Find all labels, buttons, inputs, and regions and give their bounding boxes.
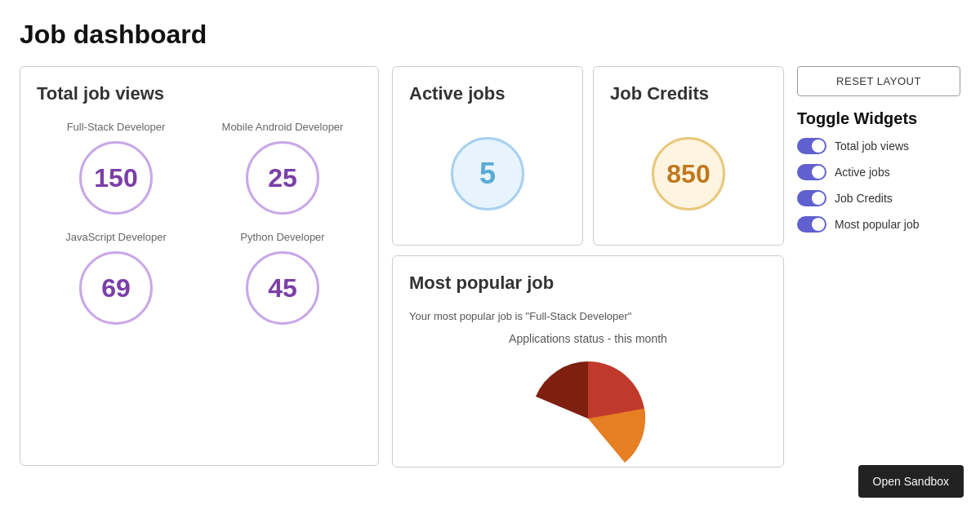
open-sandbox-button[interactable]: Open Sandbox xyxy=(858,465,964,498)
job-credits-title: Job Credits xyxy=(610,83,709,104)
middle-column: Active jobs 5 Job Credits 850 Most popul… xyxy=(392,66,784,467)
top-row: Active jobs 5 Job Credits 850 xyxy=(392,66,784,246)
stat-circle: 150 xyxy=(79,141,153,215)
pie-chart-container xyxy=(409,353,767,435)
popular-job-title: Most popular job xyxy=(409,273,767,294)
right-sidebar: RESET LAYOUT Toggle Widgets Total job vi… xyxy=(797,66,960,233)
toggle-switch-most-popular[interactable] xyxy=(797,216,826,233)
list-item: Full-Stack Developer 150 xyxy=(37,121,195,215)
pie-chart xyxy=(523,353,653,435)
toggle-label-active-jobs: Active jobs xyxy=(835,166,890,179)
list-item: JavaScript Developer 69 xyxy=(37,231,195,325)
list-item: Mobile Android Developer 25 xyxy=(203,121,362,215)
stat-circle: 25 xyxy=(246,141,319,215)
toggle-label-total-views: Total job views xyxy=(835,140,909,153)
toggle-widgets-title: Toggle Widgets xyxy=(797,109,960,128)
toggle-label-most-popular: Most popular job xyxy=(835,218,920,231)
widget-active-jobs: Active jobs 5 xyxy=(392,66,583,246)
list-item: Python Developer 45 xyxy=(203,231,362,325)
stat-circle: 69 xyxy=(79,251,153,325)
toggle-item-active-jobs: Active jobs xyxy=(797,164,960,180)
active-jobs-title: Active jobs xyxy=(409,83,505,104)
active-jobs-circle: 5 xyxy=(451,137,524,210)
toggle-item-most-popular: Most popular job xyxy=(797,216,960,233)
job-grid: Full-Stack Developer 150 Mobile Android … xyxy=(37,121,362,325)
widget-total-views: Total job views Full-Stack Developer 150… xyxy=(20,66,379,466)
widget-popular-job: Most popular job Your most popular job i… xyxy=(392,255,784,467)
job-label: Mobile Android Developer xyxy=(222,121,344,133)
job-label: JavaScript Developer xyxy=(65,231,167,243)
toggle-switch-active-jobs[interactable] xyxy=(797,164,826,180)
stat-circle: 45 xyxy=(246,251,319,325)
toggle-item-total-views: Total job views xyxy=(797,138,960,154)
reset-layout-button[interactable]: RESET LAYOUT xyxy=(797,66,960,96)
toggle-label-job-credits: Job Credits xyxy=(835,192,893,205)
toggle-switch-job-credits[interactable] xyxy=(797,190,826,206)
toggle-widgets-section: Toggle Widgets Total job views Active jo… xyxy=(797,109,960,233)
dashboard-layout: Total job views Full-Stack Developer 150… xyxy=(20,66,960,467)
toggle-item-job-credits: Job Credits xyxy=(797,190,960,206)
credits-circle: 850 xyxy=(652,137,725,210)
popular-job-description: Your most popular job is "Full-Stack Dev… xyxy=(409,310,767,322)
toggle-switch-total-views[interactable] xyxy=(797,138,826,154)
job-label: Full-Stack Developer xyxy=(67,121,166,133)
applications-label: Applications status - this month xyxy=(409,332,767,345)
page-title: Job dashboard xyxy=(20,20,960,50)
total-views-title: Total job views xyxy=(37,83,362,104)
widget-job-credits: Job Credits 850 xyxy=(593,66,784,246)
job-label: Python Developer xyxy=(240,231,324,243)
